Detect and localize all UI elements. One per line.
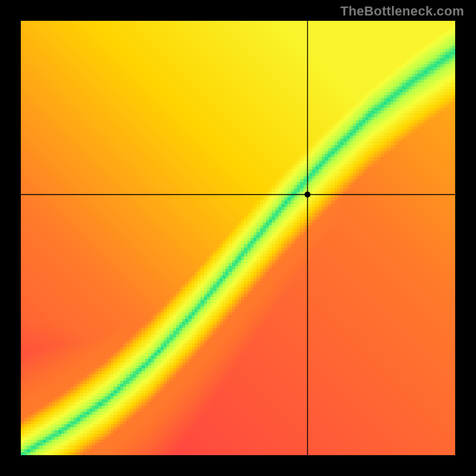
bottleneck-heatmap bbox=[21, 21, 455, 455]
watermark-text: TheBottleneck.com bbox=[340, 4, 464, 19]
chart-stage: TheBottleneck.com bbox=[0, 0, 476, 476]
